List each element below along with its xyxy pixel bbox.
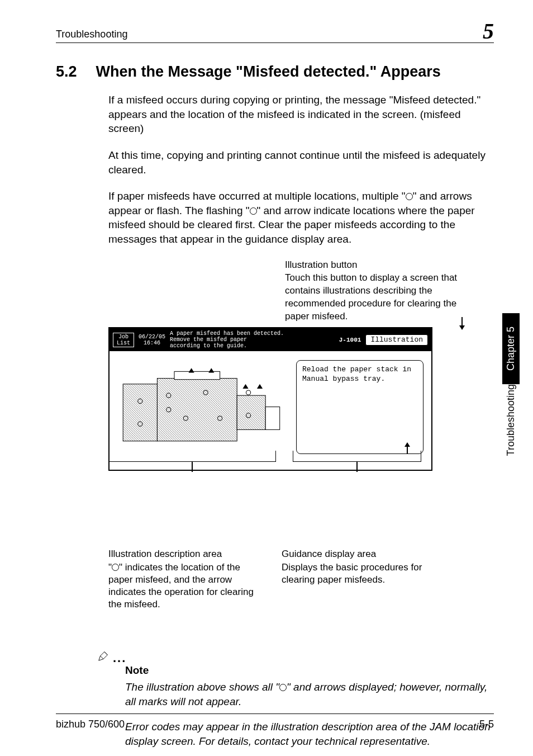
callout-right-title: Guidance display area [282,548,438,560]
callout-right-body: Displays the basic procedures for cleari… [282,561,438,586]
machine-illustration-area [117,360,288,453]
header-chapter-number: 5 [483,22,494,40]
illustration-button[interactable]: Illustration [365,334,428,346]
header-section-title: Troubleshooting [56,29,127,40]
circle-icon [279,684,287,691]
circle-icon [250,207,257,215]
circle-icon [406,193,413,200]
svg-point-12 [246,390,251,395]
circle-icon [112,564,119,571]
lcd-message: A paper misfeed has been detected. Remov… [170,330,335,349]
page-header: Troubleshooting 5 [56,22,494,43]
paragraph-1: If a misfeed occurs during copying or pr… [108,93,494,136]
callout-illustration-button: Illustration button Touch this button to… [108,259,494,323]
callout-left-body: "" indicates the location of the paper m… [108,561,265,611]
paragraph-2: At this time, copying and printing canno… [108,148,494,177]
lcd-screen: Job List 06/22/05 16:46 A paper misfeed … [108,327,432,470]
callout-guidance-description: Guidance display area Displays the basic… [282,548,438,611]
paragraph-3: If paper misfeeds have occurred at multi… [108,189,494,247]
note-label: Note [125,664,494,677]
callout-illustration-description: Illustration description area "" indicat… [108,548,265,611]
paragraph-3a: If paper misfeeds have occurred at multi… [108,190,406,202]
section-title-text: When the Message "Misfeed detected." App… [96,63,441,81]
footer-model: bizhub 750/600 [56,719,125,730]
lcd-error-code: J-1001 [339,337,361,343]
note-paragraph-1: The illustration above shows all "" and … [125,680,494,708]
copier-machine-icon [117,360,288,453]
bracket-guidance-area [293,451,421,472]
bracket-illustration-area [108,451,276,472]
side-thumb-tab: Chapter 5 Troubleshooting [502,313,520,465]
section-heading: 5.2 When the Message "Misfeed detected."… [56,63,494,81]
callout-top-title: Illustration button [285,259,475,272]
callout-top-body: Touch this button to display a screen th… [285,272,475,323]
guidance-display-area: Reload the paper stack in Manual bypass … [296,360,423,453]
job-list-button[interactable]: Job List [113,333,134,347]
side-tab-chapter: Chapter 5 [502,313,520,384]
svg-rect-0 [123,384,157,441]
svg-rect-1 [157,379,237,441]
callout-left-title: Illustration description area [108,548,265,560]
note-block: ... Note The illustration above shows al… [108,650,494,749]
section-number: 5.2 [56,63,77,81]
svg-rect-3 [237,396,265,430]
note-pencil-icon [97,650,110,662]
lcd-status-bar: Job List 06/22/05 16:46 A paper misfeed … [110,328,431,351]
note-dots: ... [113,655,126,662]
footer-page-number: 5-5 [479,719,494,730]
arrow-down-icon [461,317,463,329]
svg-rect-4 [265,407,280,430]
svg-rect-2 [174,372,220,380]
diagram-container: Illustration button Touch this button to… [108,259,494,611]
side-tab-section: Troubleshooting [502,384,520,465]
lcd-datetime: 06/22/05 16:46 [139,334,165,346]
page-footer: bizhub 750/600 5-5 [56,714,494,730]
